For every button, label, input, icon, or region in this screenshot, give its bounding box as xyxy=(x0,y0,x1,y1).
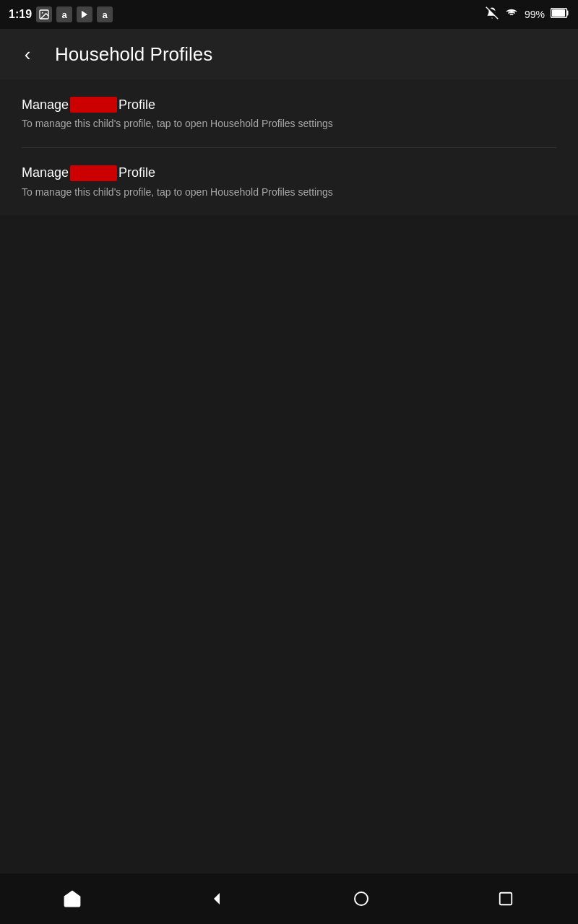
page-title: Household Profiles xyxy=(55,43,212,66)
play-icon xyxy=(77,6,92,22)
content-area: Manage Profile To manage this child's pr… xyxy=(0,79,578,215)
nav-circle-button[interactable] xyxy=(340,877,383,920)
profile-suffix-2: Profile xyxy=(118,165,155,180)
profile-name-redacted-1 xyxy=(70,97,117,113)
back-icon: ‹ xyxy=(25,45,31,64)
profile-subtitle-2: To manage this child's profile, tap to o… xyxy=(22,186,556,200)
image-icon xyxy=(36,6,52,22)
amazon-icon-1: a xyxy=(56,6,72,22)
svg-point-8 xyxy=(355,892,368,905)
nav-home-button[interactable] xyxy=(51,877,94,920)
bottom-nav xyxy=(0,873,578,924)
profile-item-1[interactable]: Manage Profile To manage this child's pr… xyxy=(0,79,578,147)
top-nav: ‹ Household Profiles xyxy=(0,29,578,79)
battery-percentage: 99% xyxy=(525,9,545,20)
status-bar: 1:19 a a none xyxy=(0,0,578,29)
profile-subtitle-1: To manage this child's profile, tap to o… xyxy=(22,117,556,131)
profile-item-2[interactable]: Manage Profile To manage this child's pr… xyxy=(0,148,578,216)
nav-square-button[interactable] xyxy=(484,877,527,920)
svg-rect-6 xyxy=(552,9,565,17)
battery-icon xyxy=(551,8,569,21)
profile-prefix-1: Manage xyxy=(22,97,69,113)
profile-title-2: Manage Profile xyxy=(22,165,556,181)
svg-point-1 xyxy=(42,12,43,14)
status-left: 1:19 a a xyxy=(9,6,113,22)
bell-mute-icon: none xyxy=(486,6,499,22)
svg-rect-9 xyxy=(500,893,512,905)
status-icons: a a xyxy=(36,6,113,22)
profile-name-redacted-2 xyxy=(70,165,117,181)
profile-prefix-2: Manage xyxy=(22,165,69,180)
status-time: 1:19 xyxy=(9,8,32,21)
svg-marker-2 xyxy=(82,11,87,19)
svg-marker-7 xyxy=(214,893,220,905)
status-right: none 99% xyxy=(486,6,569,22)
profile-title-1: Manage Profile xyxy=(22,97,556,113)
back-button[interactable]: ‹ xyxy=(14,41,40,67)
profile-suffix-1: Profile xyxy=(118,97,155,113)
nav-back-button[interactable] xyxy=(195,877,238,920)
wifi-icon xyxy=(504,7,519,22)
amazon-icon-2: a xyxy=(97,6,113,22)
